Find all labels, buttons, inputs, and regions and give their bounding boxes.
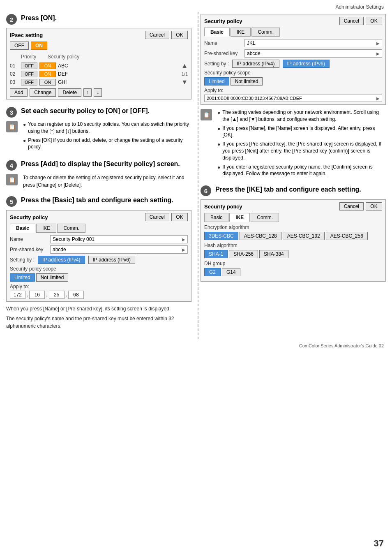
row3-on-button[interactable]: ON: [39, 79, 56, 86]
not-limited-button-right[interactable]: Not limited: [231, 77, 263, 86]
ipsec-cancel-button[interactable]: Cancel: [145, 31, 169, 39]
ipv6-button-right[interactable]: IP address (IPv6): [283, 60, 330, 68]
step-3-title: Set each security policy to [ON] or [OFF…: [21, 107, 150, 116]
ip-field-3[interactable]: 25: [49, 291, 65, 299]
ike-ok-button[interactable]: OK: [366, 202, 382, 210]
bullet-item: ● You can register up to 10 security pol…: [23, 121, 191, 135]
sec5-cancel-button[interactable]: Cancel: [145, 213, 169, 221]
dh-g2-button[interactable]: G2: [204, 268, 221, 276]
ipsec-toggle-row: OFF ON: [10, 42, 188, 50]
ike-cancel-button[interactable]: Cancel: [339, 202, 364, 210]
tab-comm-ike[interactable]: Comm.: [251, 213, 279, 222]
ipv6-addr-right[interactable]: 2001:0BD8:0000:CD30:0123:4567:89AB:CDEF …: [204, 95, 382, 102]
step-3-header: 3 Set each security policy to [ON] or [O…: [6, 107, 191, 118]
ipsec-off-button[interactable]: OFF: [10, 42, 29, 50]
tab-ike-5[interactable]: IKE: [36, 224, 56, 233]
bullet-text-2: Press [OK] if you do not add, delete, or…: [28, 137, 191, 151]
not-limited-button-5[interactable]: Not limited: [36, 273, 69, 282]
right-bullet-4: If you enter a registered security polic…: [222, 164, 386, 178]
ip-field-4[interactable]: 68: [68, 291, 84, 299]
bullet-item: ● Press [OK] if you do not add, delete, …: [23, 137, 191, 151]
right-bullet-1: The setting varies depending on your net…: [222, 109, 386, 123]
note-icon-4: 📋: [6, 174, 18, 185]
ip-field-1[interactable]: 172: [10, 291, 25, 299]
step-3-info: 📋 ● You can register up to 10 security p…: [6, 121, 191, 153]
name-value-5[interactable]: Security Policy 001 ▶: [50, 235, 188, 243]
sec5-ok-button[interactable]: OK: [171, 213, 188, 221]
preshared-value-right[interactable]: abcde ▶: [244, 49, 382, 58]
bullet-item: ● If you enter a registered security pol…: [217, 164, 386, 178]
tab-ike-right[interactable]: IKE: [231, 28, 251, 37]
step-5-header: 5 Press the [Basic] tab and configure ea…: [6, 196, 191, 207]
enc-3des-button[interactable]: 3DES-CBC: [204, 232, 238, 240]
page-number: 37: [374, 538, 384, 549]
tab-ike-ike[interactable]: IKE: [229, 213, 250, 222]
sec-panel-right-title-row: Security policy Cancel OK: [204, 17, 382, 25]
ipv4-button-right[interactable]: IP address (IPv4): [232, 60, 279, 68]
enc-aes128-button[interactable]: AES-CBC_128: [240, 232, 281, 240]
step-2: 2 Press [ON]. IPsec setting Cancel OK OF…: [6, 14, 191, 99]
step-4: 4 Press [Add] to display the [Security p…: [6, 160, 191, 189]
tab-comm-right[interactable]: Comm.: [251, 28, 280, 37]
limited-button-5[interactable]: Limited: [10, 273, 35, 282]
hash-sha384-button[interactable]: SHA-384: [259, 250, 288, 258]
step-5-number: 5: [6, 196, 17, 207]
action-buttons: Add Change Delete ↑ ↓: [10, 88, 188, 97]
ipsec-on-button[interactable]: ON: [31, 42, 47, 50]
limited-button-right[interactable]: Limited: [204, 77, 229, 86]
apply-to-label-5: Apply to:: [10, 284, 188, 289]
tab-basic-5[interactable]: Basic: [10, 224, 35, 233]
security-policy-ike-panel: Security policy Cancel OK Basic IKE Comm…: [201, 199, 386, 282]
change-button[interactable]: Change: [30, 88, 56, 97]
enc-aes192-button[interactable]: AES-CBC_192: [283, 232, 325, 240]
security-policy-panel-5: Security policy Cancel OK Basic IKE Comm…: [6, 210, 191, 302]
scroll-down-arrow[interactable]: ▼: [181, 79, 188, 86]
sec-right-ok-button[interactable]: OK: [366, 17, 382, 25]
preshared-value-5[interactable]: abcde ▶: [50, 245, 188, 254]
ipv4-button-5[interactable]: IP address (IPv4): [38, 256, 85, 264]
step-6-header: 6 Press the [IKE] tab and configure each…: [201, 185, 386, 196]
step-3-note-row: 📋 ● You can register up to 10 security p…: [6, 121, 191, 153]
tab-basic-ike[interactable]: Basic: [204, 213, 228, 222]
right-bullets-section: 📋 ● The setting varies depending on your…: [201, 109, 386, 179]
row1-on-button[interactable]: ON: [39, 62, 56, 69]
tab-comm-5[interactable]: Comm.: [57, 224, 85, 233]
hash-sha256-button[interactable]: SHA-256: [229, 250, 258, 258]
row3-off-button[interactable]: OFF: [21, 79, 37, 86]
right-bullets-list: ● The setting varies depending on your n…: [217, 109, 386, 179]
row2-on-button[interactable]: ON: [39, 71, 56, 77]
add-button[interactable]: Add: [10, 88, 28, 97]
up-arrow-button[interactable]: ↑: [83, 88, 92, 97]
step-6-title: Press the [IKE] tab and configure each s…: [215, 185, 361, 194]
scope-label-5: Security policy scope: [10, 266, 188, 272]
ike-panel-buttons: Cancel OK: [339, 202, 382, 210]
ipv6-button-5[interactable]: IP address (IPv6): [88, 256, 135, 264]
down-arrow-button[interactable]: ↓: [94, 88, 102, 97]
scope-buttons-5: Limited Not limited: [10, 273, 188, 282]
dh-g14-button[interactable]: G14: [222, 268, 240, 276]
scroll-up-arrow[interactable]: ▲: [181, 62, 188, 69]
table-row: 01 OFF ON ABC ▲: [10, 62, 188, 69]
right-bullet-2: If you press [Name], the [Name] screen i…: [222, 125, 386, 139]
delete-button[interactable]: Delete: [58, 88, 81, 97]
enc-buttons: 3DES-CBC AES-CBC_128 AES-CBC_192 AES-CBC…: [204, 232, 382, 240]
right-column: Security policy Cancel OK Basic IKE Comm…: [198, 12, 388, 339]
ipsec-ok-button[interactable]: OK: [171, 31, 188, 39]
ip-field-2[interactable]: 16: [29, 291, 45, 299]
setting-by-row-5: Setting by : IP address (IPv4) IP addres…: [10, 256, 188, 264]
priority-list: 01 OFF ON ABC ▲ 02 OFF ON DEF 1/1 03: [10, 62, 188, 86]
tab-basic-right[interactable]: Basic: [204, 28, 230, 37]
enc-aes256-button[interactable]: AES-CBC_256: [326, 232, 368, 240]
bullet-item: ● If you press [Name], the [Name] screen…: [217, 125, 386, 139]
sec-right-cancel-button[interactable]: Cancel: [339, 17, 364, 25]
name-value-right[interactable]: JKL ▶: [244, 39, 382, 47]
step-4-title: Press [Add] to display the [Security pol…: [21, 160, 180, 169]
step-2-title: Press [ON].: [21, 14, 57, 23]
sec-panel-right-buttons: Cancel OK: [339, 17, 382, 25]
step-4-header: 4 Press [Add] to display the [Security p…: [6, 160, 191, 171]
row1-off-button[interactable]: OFF: [21, 62, 37, 69]
hash-sha1-button[interactable]: SHA-1: [204, 250, 228, 258]
hash-label: Hash algorithm: [204, 243, 382, 248]
sec5-tabs: Basic IKE Comm.: [10, 224, 188, 233]
row2-off-button[interactable]: OFF: [21, 71, 37, 77]
